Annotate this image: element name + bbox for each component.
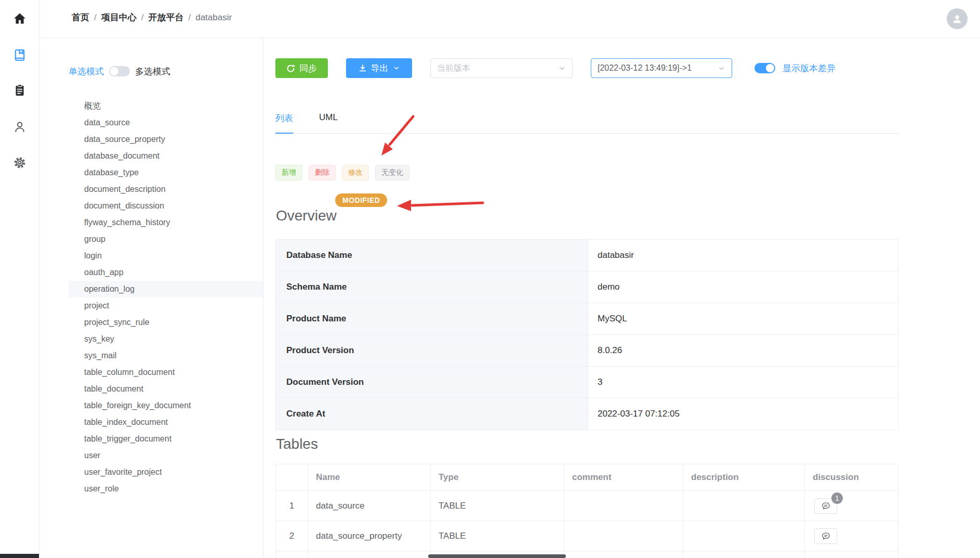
comment-bubble-icon (822, 531, 830, 540)
annotation-arrow-head (397, 200, 411, 211)
sidebar-item-user_role[interactable]: user_role (69, 481, 263, 497)
sidebar-item-user_favorite_project[interactable]: user_favorite_project (69, 464, 263, 481)
sidebar-divider (263, 38, 263, 558)
sidebar-item-data_source[interactable]: data_source (69, 114, 263, 131)
column-header-discussion: discussion (805, 464, 898, 490)
sidebar-item-database_document[interactable]: database_document (69, 148, 263, 164)
overview-row-value: demo (588, 271, 898, 303)
gear-icon[interactable] (12, 155, 28, 171)
overview-row-label: Create At (276, 398, 588, 430)
table-row (276, 551, 898, 558)
selection-mode-toggle[interactable] (109, 66, 130, 76)
current-version-placeholder: 当前版本 (437, 63, 470, 74)
sidebar-item-table_foreign_key_document[interactable]: table_foreign_key_document (69, 397, 263, 414)
column-header-index (276, 464, 308, 490)
discussion-count-badge: 1 (830, 491, 844, 505)
overview-row: Product Version8.0.26 (276, 335, 898, 367)
breadcrumb-separator: / (188, 12, 191, 23)
sidebar-item-oauth_app[interactable]: oauth_app (69, 264, 263, 281)
sidebar-item-project_sync_rule[interactable]: project_sync_rule (69, 314, 263, 331)
tab-list[interactable]: 列表 (275, 112, 293, 133)
horizontal-scrollbar-thumb[interactable] (428, 554, 566, 558)
sidebar-item-operation_log[interactable]: operation_log (69, 281, 263, 297)
overview-row-value: MySQL (588, 303, 898, 334)
overview-table: Database NamedatabasirSchema NamedemoPro… (275, 239, 898, 430)
table-cell (564, 521, 683, 551)
sidebar-item-table_trigger_document[interactable]: table_trigger_document (69, 431, 263, 447)
single-select-mode-label: 单选模式 (69, 66, 104, 77)
app-root: 首页 / 项目中心 / 开放平台 / databasir 单选模式 多选模式 概… (0, 0, 980, 558)
user-icon[interactable] (12, 119, 28, 135)
table-cell: 1 (276, 491, 308, 521)
book-icon[interactable] (12, 47, 28, 63)
overview-row-label: Product Name (276, 303, 588, 334)
discussion-button[interactable] (814, 528, 837, 544)
tab-uml[interactable]: UML (319, 112, 338, 133)
status-badge: MODIFIED (335, 193, 387, 207)
sidebar-item-document_discussion[interactable]: document_discussion (69, 198, 263, 214)
sidebar-item-group[interactable]: group (69, 231, 263, 248)
sidebar-item-sys_mail[interactable]: sys_mail (69, 347, 263, 364)
overview-row-value: 2022-03-17 07:12:05 (588, 398, 898, 430)
selection-mode-row: 单选模式 多选模式 (69, 64, 170, 78)
sidebar-item-table_index_document[interactable]: table_index_document (69, 414, 263, 431)
overview-row-value: 8.0.26 (588, 335, 898, 366)
table-cell (564, 491, 683, 521)
export-button[interactable]: 导出 (346, 58, 412, 78)
overview-row-value: 3 (588, 367, 898, 398)
table-cell (308, 551, 431, 558)
sidebar-item-table_column_document[interactable]: table_column_document (69, 364, 263, 381)
overview-row-label: Document Version (276, 367, 588, 398)
chevron-down-icon (558, 64, 566, 72)
current-version-select[interactable]: 当前版本 (430, 58, 573, 78)
overview-row: Database Namedatabasir (276, 240, 898, 271)
sidebar-item-sys_key[interactable]: sys_key (69, 331, 263, 347)
table-row: 1data_sourceTABLE 1 (276, 491, 898, 521)
sidebar-item-table_document[interactable]: table_document (69, 381, 263, 397)
avatar[interactable] (947, 8, 968, 29)
overview-row-label: Database Name (276, 240, 588, 271)
diff-version-value: [2022-03-12 13:49:19]->1 (598, 63, 692, 73)
toggle-knob (110, 67, 118, 75)
sidebar-item-flyway_schema_history[interactable]: flyway_schema_history (69, 214, 263, 231)
sidebar-item-概览[interactable]: 概览 (69, 98, 263, 114)
breadcrumb-item-projects[interactable]: 项目中心 (101, 11, 137, 23)
column-header-name: Name (308, 464, 431, 490)
breadcrumb-item-group[interactable]: 开放平台 (148, 11, 183, 23)
legend-modified-chip: 修改 (342, 165, 369, 180)
table-cell: TABLE (431, 491, 564, 521)
sidebar-item-login[interactable]: login (69, 248, 263, 264)
legend-unchanged-chip: 无变化 (375, 165, 409, 180)
discussion-button[interactable]: 1 (814, 498, 837, 514)
sidebar-item-database_type[interactable]: database_type (69, 164, 263, 181)
overview-row: Create At2022-03-17 07:12:05 (276, 398, 898, 430)
column-header-comment: comment (564, 464, 683, 490)
toggle-knob (766, 64, 774, 72)
sidebar-item-data_source_property[interactable]: data_source_property (69, 131, 263, 148)
diff-legend: 新增 删除 修改 无变化 (275, 165, 409, 180)
sync-button[interactable]: 同步 (275, 58, 328, 78)
legend-deleted-chip: 删除 (309, 165, 336, 180)
comment-bubble-icon (822, 501, 830, 510)
table-cell (805, 521, 898, 551)
table-row: 2data_source_propertyTABLE (276, 521, 898, 551)
sidebar-item-document_description[interactable]: document_description (69, 181, 263, 198)
table-cell (805, 551, 898, 558)
tables-header-row: Name Type comment description discussion (276, 464, 898, 491)
overview-row: Product NameMySQL (276, 303, 898, 335)
table-cell: 1 (805, 491, 898, 521)
annotation-arrow-head (381, 142, 393, 155)
table-cell (683, 551, 805, 558)
home-icon[interactable] (12, 11, 28, 27)
view-tabs: 列表 UML (275, 112, 898, 134)
refresh-icon (286, 64, 295, 73)
show-diff-toggle[interactable] (754, 63, 775, 73)
sidebar-item-project[interactable]: project (69, 297, 263, 314)
column-header-description: description (683, 464, 805, 490)
table-cell: data_source_property (308, 521, 431, 551)
tables-table: Name Type comment description discussion… (275, 464, 898, 558)
sidebar-item-user[interactable]: user (69, 447, 263, 464)
diff-version-select[interactable]: [2022-03-12 13:49:19]->1 (591, 58, 732, 78)
breadcrumb-item-home[interactable]: 首页 (72, 11, 89, 23)
clipboard-icon[interactable] (12, 83, 28, 98)
